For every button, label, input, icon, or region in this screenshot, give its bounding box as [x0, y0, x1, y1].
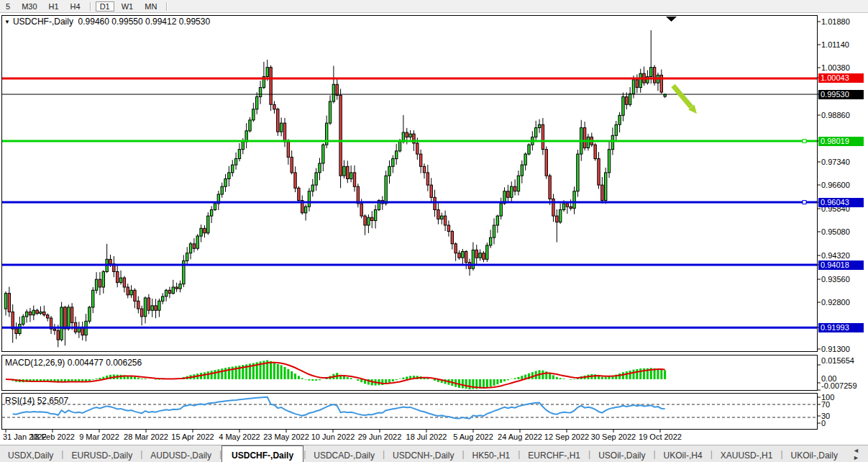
rsi-axis-label: 0	[821, 419, 826, 427]
price-badge: 1.00043	[818, 73, 864, 83]
date-label: 10 Jun 2022	[311, 432, 355, 441]
macd-value: 0.004477	[68, 358, 104, 368]
tab-ukoil-h4[interactable]: UKOil-,H4	[656, 445, 711, 462]
date-label: 28 Mar 2022	[124, 432, 168, 441]
date-label: 29 Jun 2022	[358, 432, 402, 441]
toolbar-separator	[90, 2, 91, 11]
date-label: 18 Feb 2022	[30, 432, 75, 441]
chevron-down-icon[interactable]: ▼	[4, 19, 10, 25]
tab-xauusd-h1[interactable]: XAUUSD-,H1	[713, 445, 781, 462]
timeframe-button-H4[interactable]: H4	[66, 1, 85, 12]
y-axis-tick-label: 0.93560	[821, 275, 850, 284]
symbol-tabbar: USDX,Daily|EURUSD-,Daily|AUDUSD-,Daily|U…	[0, 445, 868, 462]
rsi-axis-label: 70	[821, 400, 830, 409]
tab-eurchf-h1[interactable]: EURCHF-,H1	[520, 445, 588, 462]
price-badge: 0.98019	[818, 137, 864, 146]
y-axis-tick-label: 0.94320	[821, 251, 850, 260]
price-badge: 0.96043	[818, 198, 864, 207]
date-label: 15 Apr 2022	[171, 432, 214, 441]
y-axis-tick-label: 0.97340	[821, 158, 850, 166]
y-axis-tick-label: 0.92800	[821, 298, 850, 307]
macd-indicator-label: MACD(12,26,9) 0.004477 0.006256	[5, 358, 142, 368]
macd-name: MACD(12,26,9)	[5, 358, 65, 368]
tab-usoil-daily[interactable]: USOil-,Daily	[590, 445, 653, 462]
mt4-window: { "toolbar": { "timeframes": ["5","M30",…	[0, 0, 868, 462]
price-badge: 0.99530	[818, 90, 864, 99]
timeframe-button-5[interactable]: 5	[1, 1, 14, 12]
chart-region[interactable]: ▼USDCHF-,Daily 0.99460 0.99550 0.99412 0…	[0, 0, 868, 462]
y-axis-tick-label: 0.96600	[821, 181, 850, 189]
date-label: 23 May 2022	[263, 432, 309, 441]
candlestick-chart[interactable]	[0, 0, 868, 462]
macd-axis-label: 0.015654	[821, 356, 854, 365]
y-axis-tick-label: 0.91300	[821, 345, 850, 353]
date-label: 19 Oct 2022	[639, 432, 682, 441]
date-label: 18 Jul 2022	[406, 432, 447, 441]
macd-signal-value: 0.006256	[106, 358, 142, 368]
tab-hk50-h1[interactable]: HK50-,H1	[465, 445, 518, 462]
rsi-line	[13, 397, 665, 419]
y-axis-tick-label: 1.00380	[821, 63, 850, 72]
date-label: 5 Aug 2022	[453, 432, 493, 441]
timeframe-button-D1[interactable]: D1	[96, 1, 114, 12]
date-label: 9 Mar 2022	[79, 432, 119, 441]
timeframe-button-H1[interactable]: H1	[45, 1, 63, 12]
timeframe-button-W1[interactable]: W1	[117, 1, 138, 12]
y-axis-tick-label: 0.98860	[821, 111, 850, 119]
tab-ukoil-daily[interactable]: UKOil-,Daily	[783, 445, 846, 462]
y-axis-tick-label: 1.01880	[821, 17, 850, 26]
timeframe-button-M30[interactable]: M30	[17, 1, 41, 12]
tab-eurusd-daily[interactable]: EURUSD-,Daily	[63, 445, 140, 462]
price-badge: 0.91993	[818, 323, 864, 332]
date-label: 4 May 2022	[219, 432, 260, 441]
chart-title-ohlc: 0.99460 0.99550 0.99412 0.99530	[78, 17, 211, 27]
tab-usdcnh-daily[interactable]: USDCNH-,Daily	[385, 445, 462, 462]
chart-title-symbol: USDCHF-,Daily	[13, 17, 73, 27]
tab-usdx-daily[interactable]: USDX,Daily	[0, 445, 61, 462]
date-label: 12 Sep 2022	[544, 432, 589, 441]
main-panel-frame	[2, 16, 818, 352]
timeframe-toolbar: 5M30H1H4D1W1MN	[0, 0, 868, 13]
toolbar-separator	[166, 2, 167, 11]
tab-scroll-arrows[interactable]: ◄ ►	[846, 445, 868, 462]
line-handle	[803, 140, 806, 143]
tab-audusd-daily[interactable]: AUDUSD-,Daily	[142, 445, 219, 462]
rsi-indicator-label: RSI(14) 52.6507	[5, 396, 68, 406]
rsi-value: 52.6507	[37, 396, 68, 406]
tab-usdchf-daily[interactable]: USDCHF-,Daily	[221, 445, 303, 462]
line-handle	[803, 201, 806, 204]
date-label: 24 Aug 2022	[498, 432, 542, 441]
rsi-panel-frame	[2, 394, 818, 430]
chart-title: ▼USDCHF-,Daily 0.99460 0.99550 0.99412 0…	[4, 17, 210, 27]
macd-axis-label: -0.007259	[821, 381, 857, 390]
trend-arrow-shaft	[673, 86, 691, 107]
price-badge: 0.94018	[818, 261, 864, 270]
timeframe-button-MN[interactable]: MN	[140, 1, 161, 12]
tab-usdcad-daily[interactable]: USDCAD-,Daily	[306, 445, 383, 462]
y-axis-tick-label: 1.01140	[821, 40, 849, 49]
rsi-name: RSI(14)	[5, 396, 35, 406]
date-label: 30 Sep 2022	[591, 432, 636, 441]
y-axis-tick-label: 0.95080	[821, 227, 850, 236]
chart-shift-marker	[666, 17, 677, 22]
